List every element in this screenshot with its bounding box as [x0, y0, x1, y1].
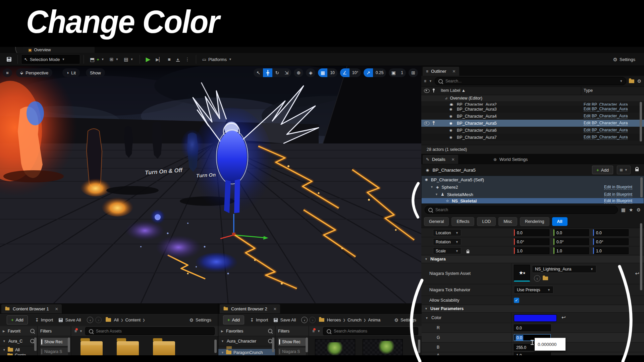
favorites-star-icon[interactable]: ★ [629, 207, 633, 212]
column-type[interactable]: Type [584, 88, 593, 93]
add-actor-button[interactable]: ⬒+▼ [87, 55, 107, 64]
location-z-field[interactable]: 0.0 [593, 229, 629, 236]
chevron-down-icon[interactable]: ▼ [435, 193, 438, 196]
rotation-z-field[interactable]: 0.0° [593, 238, 629, 245]
tab-lod[interactable]: LOD [477, 217, 496, 226]
cb2-search-input[interactable]: Search Animations [323, 327, 418, 335]
close-icon[interactable]: ✕ [55, 307, 58, 311]
location-dropdown[interactable]: Location▼ [433, 229, 461, 236]
forward-icon[interactable]: › [95, 317, 102, 323]
pin-column-icon[interactable] [433, 88, 435, 90]
cb2-add-button[interactable]: + Add [223, 315, 244, 324]
scrollbar[interactable] [418, 340, 420, 353]
cb2-favorites-header[interactable]: ▶ Favorites [218, 326, 275, 336]
rotation-dropdown[interactable]: Rotation▼ [433, 238, 461, 245]
outliner-search-input[interactable]: Search... ▼ [435, 77, 627, 85]
gear-icon[interactable]: ⚙ [636, 207, 641, 212]
reset-icon[interactable]: ↩ [635, 270, 639, 277]
table-row[interactable]: ◉ BP_Character_Aura4 Edit BP_Character_A… [421, 113, 644, 120]
details-scrollbar[interactable] [640, 223, 642, 290]
eject-button[interactable]: ▲ [173, 55, 182, 64]
cb1-add-button[interactable]: + Add [7, 315, 28, 324]
breadcrumb[interactable]: All ❯ Content ❯ [114, 317, 145, 322]
details-search-input[interactable]: Search [425, 206, 618, 214]
scrollbar[interactable] [272, 338, 274, 352]
lit-dropdown[interactable]: ◑ Lit [62, 68, 80, 77]
tick-behavior-dropdown[interactable]: Use Prereqs ▼ [514, 286, 553, 294]
world-space-toggle[interactable]: ⊕ [294, 68, 303, 77]
platforms-dropdown[interactable]: ▭ Platforms ▼ [200, 55, 234, 64]
cb2-tree-partial[interactable] [218, 346, 275, 349]
cb2-filters-header[interactable]: Filters [275, 326, 309, 336]
edit-blueprint-link[interactable]: Edit BP_Character_Aura [584, 128, 628, 133]
rotation-y-field[interactable]: 0.0° [553, 238, 589, 245]
play-options-button[interactable]: ⋮ [182, 55, 193, 64]
search-icon[interactable] [30, 329, 35, 333]
selection-mode-dropdown[interactable]: ↖ Selection Mode ▼ [21, 54, 80, 64]
scale-snap-toggle[interactable]: ↗ [364, 68, 373, 77]
column-item-label[interactable]: Item Label ▲ [441, 88, 466, 93]
table-row-selected[interactable]: ◉ BP_Character_Aura5 Edit BP_Character_A… [421, 120, 644, 127]
close-icon[interactable]: ✕ [273, 307, 277, 311]
tab-overview[interactable]: ▣ Overview [23, 47, 95, 53]
scale-lock-icon[interactable] [467, 251, 470, 253]
close-icon[interactable]: ✕ [451, 157, 455, 162]
channel-r-field[interactable]: 0.0 [514, 324, 551, 331]
outliner-group-row[interactable]: ⊿ Overview (Editor) [421, 95, 644, 101]
scale-x-field[interactable]: 1.0 [514, 247, 549, 254]
filter-icon[interactable]: ≡ [312, 329, 315, 333]
save-button[interactable] [4, 55, 14, 64]
breadcrumb-all[interactable]: All [114, 317, 118, 322]
tab-content-browser-2[interactable]: Content Browser 2 ✕ [220, 304, 280, 313]
edit-blueprint-link[interactable]: Edit BP_Character_Aura [584, 114, 628, 119]
chevron-down-icon[interactable]: ▼ [620, 79, 623, 83]
tab-details[interactable]: ✎ Details ✕ [423, 155, 458, 164]
cb1-favorites-header[interactable]: ▶ Favorit [0, 326, 37, 336]
scrollbar[interactable] [34, 338, 37, 351]
filter-icon[interactable]: ≡ [74, 329, 77, 333]
filter-icon[interactable]: ≡ [424, 79, 426, 83]
back-icon[interactable]: ‹ [301, 317, 308, 323]
viewport-layout-button[interactable]: ⊞ [409, 68, 418, 77]
table-row[interactable]: ◉ BP_Character_Aura2 Edit BP_Character_A… [421, 101, 644, 106]
visibility-column-icon[interactable] [424, 89, 430, 93]
cb1-tree-all[interactable]: ▼ All [0, 346, 37, 353]
system-asset-dropdown[interactable]: NS_Lightning_Aura ▼ [532, 265, 596, 273]
edit-blueprint-link[interactable]: Edit BP_Character_Aura [584, 102, 628, 106]
perspective-dropdown[interactable]: ⬙ Perspective [16, 68, 52, 77]
tab-general[interactable]: General [424, 217, 449, 226]
outliner-scrollbar[interactable] [640, 102, 642, 141]
breadcrumb-heroes[interactable]: Heroes [327, 317, 341, 322]
color-swatch[interactable] [514, 314, 557, 322]
back-icon[interactable]: ‹ [87, 317, 93, 323]
gear-icon[interactable]: ⚙ [637, 79, 641, 83]
allow-scalability-checkbox[interactable]: ✓ [514, 298, 519, 303]
table-row[interactable]: ◉ BP_Character_Aura3 Edit BP_Character_A… [421, 106, 644, 113]
asset-folder[interactable] [153, 341, 175, 356]
component-row[interactable]: ▼ ◈ Sphere2 Edit in Blueprint [422, 183, 644, 191]
scrollbar[interactable] [306, 338, 308, 352]
location-y-field[interactable]: 0.0 [553, 229, 589, 236]
grid-snap-value[interactable]: 10 [327, 68, 337, 77]
edit-blueprint-link[interactable]: Edit BP_Character_Aura [584, 135, 628, 140]
cb2-save-all-button[interactable]: Save All [271, 315, 299, 325]
cinematics-button[interactable]: ▤▼ [121, 55, 136, 64]
filter-chip-niagara[interactable]: Niagara S [40, 348, 68, 356]
asset-folder[interactable] [117, 341, 139, 356]
cb2-tree-paragoncrunch[interactable]: ▼ ParagonCrunch [218, 349, 275, 356]
tab-effects[interactable]: Effects [451, 217, 474, 226]
scale-tool[interactable]: ⇲ [282, 68, 291, 77]
edit-blueprint-link[interactable]: Edit BP_Character_Aura [584, 121, 628, 126]
move-tool[interactable]: ╋ [263, 68, 272, 77]
edit-in-blueprint-link[interactable]: Edit in Blueprint [604, 185, 632, 190]
scale-z-field[interactable]: 1.0 [593, 247, 629, 254]
breadcrumb[interactable]: Heroes ❯ Crunch ❯ Anima [327, 317, 380, 322]
location-x-field[interactable]: 0.0 [514, 229, 549, 236]
play-button[interactable]: ▶ [143, 55, 153, 64]
cb1-import-button[interactable]: ↧ Import [33, 315, 56, 325]
blueprint-edit-dropdown[interactable]: ⊞ ▼ [617, 166, 631, 174]
display-grid-icon[interactable]: ▦ [621, 207, 626, 212]
tab-content-browser-1[interactable]: Content Browser 1 ✕ [1, 304, 62, 313]
select-tool[interactable]: ↖ [254, 68, 263, 77]
cb2-import-button[interactable]: ↧ Import [248, 315, 271, 325]
